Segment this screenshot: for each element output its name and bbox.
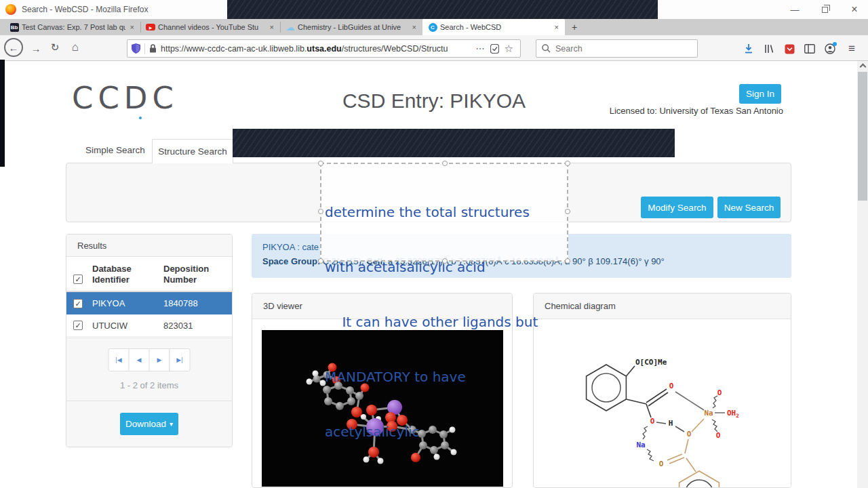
label-oxygen: O [687, 430, 692, 439]
chemical-diagram-canvas[interactable]: O[CO]Me O Na O OH2 O O H O Na O [534, 320, 791, 488]
extension-shield-icon[interactable] [490, 44, 499, 54]
chemical-diagram-header: Chemical diagram [534, 293, 791, 319]
youtube-icon: ▶ [146, 24, 155, 30]
window-titlebar: Search - WebCSD - Mozilla Firefox — × [0, 0, 868, 19]
minimize-icon: — [791, 5, 800, 15]
licensed-to: Licensed to: University of Texas San Ant… [610, 106, 783, 116]
label-water: OH2 [727, 409, 739, 419]
resize-handle[interactable] [318, 161, 323, 166]
download-section: Download▾ [66, 401, 232, 447]
home-button[interactable]: ⌂ [68, 40, 83, 55]
tab-youtube[interactable]: ▶ Channel videos - YouTube Stu × [140, 19, 280, 35]
account-notification-dot [833, 42, 837, 46]
database-identifier[interactable]: PIKYOA [92, 298, 125, 308]
annotation-box[interactable]: determine the total structures with acet… [320, 163, 568, 262]
account-icon[interactable] [822, 42, 838, 56]
search-icon [542, 44, 551, 53]
tab-test-canvas[interactable]: Bb Test Canvas: Exp. 7 Post lab qu × [4, 19, 140, 35]
tab-strip: Bb Test Canvas: Exp. 7 Post lab qu × ▶ C… [0, 19, 868, 35]
column-database-identifier: DatabaseIdentifier [92, 264, 157, 285]
label-oxygen: O [716, 431, 721, 440]
downloads-icon[interactable] [741, 42, 757, 56]
reload-button[interactable]: ↻ [47, 41, 62, 54]
window-close-button[interactable]: × [841, 0, 868, 19]
redaction-band-search [233, 129, 675, 157]
entry-name: PIKYOA : cate [262, 242, 319, 252]
label-oxygen: O [717, 388, 722, 397]
modify-search-button[interactable]: Modify Search [641, 197, 713, 218]
result-row-utuciw[interactable]: ✓ UTUCIW 823031 [66, 314, 232, 337]
results-panel: Results ✓ DatabaseIdentifier DepositionN… [66, 234, 233, 447]
row-checkbox[interactable]: ✓ [73, 321, 83, 330]
resize-handle[interactable] [565, 258, 570, 264]
tab-close-icon[interactable]: × [553, 23, 561, 31]
result-row-pikyoa[interactable]: ✓ PIKYOA 1840788 [66, 292, 232, 314]
resize-handle[interactable] [565, 161, 570, 166]
resize-handle[interactable] [318, 209, 323, 214]
blackboard-icon: Bb [10, 23, 19, 32]
caret-down-icon: ▾ [170, 420, 173, 428]
annotation-text: determine the total structures with acet… [325, 167, 538, 478]
deposition-number: 823031 [163, 321, 193, 331]
tab-label: Chemistry - LibGuides at Unive [298, 23, 408, 31]
tab-structure-search[interactable]: Structure Search [152, 139, 233, 163]
pocket-icon[interactable] [781, 42, 797, 56]
label-hydrogen: H [669, 419, 673, 428]
new-tab-button[interactable]: + [565, 19, 584, 35]
prev-page-button[interactable]: ◀ [129, 348, 150, 371]
window-minimize-button[interactable]: — [781, 0, 808, 19]
ccdc-logo-dot [139, 117, 142, 119]
row-checkbox[interactable]: ✓ [73, 299, 83, 308]
last-page-button[interactable]: ▶| [170, 348, 191, 371]
lock-icon [149, 44, 157, 53]
tracking-shield-icon[interactable] [132, 43, 140, 54]
download-button[interactable]: Download▾ [120, 413, 178, 435]
browser-search-bar[interactable] [536, 39, 698, 58]
chemical-diagram-drawing: O[CO]Me O Na O OH2 O O H O Na O [534, 320, 791, 488]
redaction-band-top [227, 0, 658, 19]
pagination: |◀ ◀ ▶ ▶| [108, 348, 191, 371]
label-oxygen: O [650, 417, 655, 426]
select-all-checkbox[interactable]: ✓ [73, 274, 83, 284]
tab-close-icon[interactable]: × [268, 23, 276, 31]
next-page-button[interactable]: ▶ [149, 348, 170, 371]
resize-handle[interactable] [442, 258, 448, 264]
chemical-diagram-panel: Chemical diagram [533, 293, 791, 488]
page-actions-icon[interactable]: ⋯ [476, 43, 485, 54]
first-page-button[interactable]: |◀ [108, 348, 130, 371]
database-identifier[interactable]: UTUCIW [92, 321, 127, 331]
sidebar-icon[interactable] [802, 42, 818, 56]
url-bar[interactable]: https://www-ccdc-cam-ac-uk.libweb.lib.ut… [127, 39, 521, 58]
resize-handle[interactable] [318, 258, 323, 264]
results-header: Results [66, 235, 232, 257]
url-text[interactable]: https://www-ccdc-cam-ac-uk.libweb.lib.ut… [161, 44, 473, 54]
firefox-icon [5, 4, 16, 15]
left-artifact-strip [0, 60, 5, 167]
scrollbar-thumb[interactable] [858, 72, 867, 201]
new-search-button[interactable]: New Search [717, 197, 781, 218]
tab-label: Channel videos - YouTube Stu [158, 23, 265, 31]
restore-icon [822, 7, 828, 13]
label-sodium: Na [636, 441, 645, 449]
column-deposition-number: DepositionNumber [163, 264, 228, 285]
bookmark-star-icon[interactable]: ☆ [505, 43, 513, 55]
tab-close-icon[interactable]: × [410, 23, 418, 31]
sign-in-button[interactable]: Sign In [739, 84, 781, 104]
back-button[interactable]: ← [4, 38, 23, 57]
forward-button[interactable]: → [28, 42, 43, 54]
results-footer: |◀ ◀ ▶ ▶| 1 - 2 of 2 items [66, 338, 232, 401]
tab-simple-search[interactable]: Simple Search [85, 145, 145, 155]
resize-handle[interactable] [565, 209, 570, 214]
tab-libguides[interactable]: ☁ Chemistry - LibGuides at Unive × [280, 19, 422, 35]
results-table-header: ✓ DatabaseIdentifier DepositionNumber [66, 257, 232, 292]
library-icon[interactable] [761, 42, 777, 56]
tab-close-icon[interactable]: × [128, 23, 136, 31]
search-input[interactable] [555, 44, 692, 54]
hamburger-menu-icon[interactable]: ≡ [844, 42, 860, 56]
resize-handle[interactable] [442, 161, 448, 166]
label-oxygen: O [659, 460, 664, 468]
tab-label: Test Canvas: Exp. 7 Post lab qu [22, 23, 125, 31]
tab-webcsd-active[interactable]: C Search - WebCSD × [422, 19, 565, 35]
window-restore-button[interactable] [811, 0, 838, 19]
browser-window: Search - WebCSD - Mozilla Firefox — × Bb… [0, 0, 868, 488]
